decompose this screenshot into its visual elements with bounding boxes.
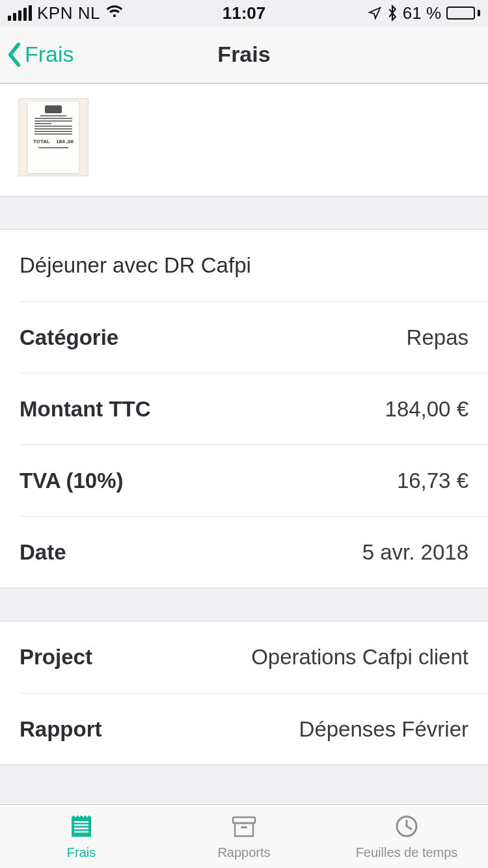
project-row[interactable]: Project Operations Cafpi client	[0, 621, 488, 693]
signal-strength-icon	[8, 5, 32, 21]
wifi-icon	[105, 4, 124, 22]
expense-details-group: Déjeuner avec DR Cafpi Catégorie Repas M…	[0, 229, 488, 588]
receipt-icon	[66, 813, 96, 843]
status-bar: KPN NL 11:07 61 %	[0, 0, 488, 26]
category-row[interactable]: Catégorie Repas	[20, 301, 488, 373]
tab-timesheets-label: Feuilles de temps	[356, 845, 458, 860]
report-value: Dépenses Février	[299, 717, 468, 742]
amount-row[interactable]: Montant TTC 184,00 €	[20, 373, 488, 444]
attachment-section: TOTAL 184 ,00	[0, 83, 488, 197]
back-button[interactable]: Frais	[0, 42, 74, 67]
page-title: Frais	[217, 42, 270, 67]
receipt-thumbnail[interactable]: TOTAL 184 ,00	[18, 98, 88, 176]
date-row[interactable]: Date 5 avr. 2018	[20, 516, 488, 588]
project-label: Project	[20, 645, 92, 670]
bluetooth-icon	[387, 5, 398, 21]
svg-rect-6	[235, 823, 253, 836]
archive-icon	[229, 813, 259, 843]
back-label: Frais	[25, 42, 74, 67]
tab-reports[interactable]: Rapports	[163, 805, 325, 868]
status-left: KPN NL	[8, 3, 124, 23]
svg-rect-4	[74, 831, 88, 833]
svg-rect-1	[74, 821, 88, 823]
project-value: Operations Cafpi client	[251, 645, 468, 670]
status-time: 11:07	[223, 3, 266, 23]
clock-icon	[392, 813, 422, 843]
carrier-label: KPN NL	[37, 3, 100, 23]
section-gap	[0, 588, 488, 621]
battery-icon	[446, 7, 480, 20]
tab-expenses[interactable]: Frais	[0, 805, 163, 868]
receipt-total-label: TOTAL	[33, 139, 50, 144]
tab-reports-label: Rapports	[217, 845, 270, 860]
amount-label: Montant TTC	[20, 397, 151, 422]
chevron-left-icon	[7, 42, 22, 67]
svg-rect-2	[74, 824, 88, 826]
vat-label: TVA (10%)	[20, 468, 124, 493]
location-icon	[368, 6, 382, 20]
screen: KPN NL 11:07 61 % Frais Frais	[0, 0, 488, 868]
vat-row[interactable]: TVA (10%) 16,73 €	[20, 444, 488, 516]
section-gap	[0, 197, 488, 229]
status-right: 61 %	[368, 3, 480, 23]
content-scroll[interactable]: TOTAL 184 ,00 Déjeuner avec DR Cafpi Cat…	[0, 83, 488, 804]
svg-rect-3	[74, 828, 88, 830]
receipt-total-value: 184 ,00	[56, 139, 74, 144]
date-label: Date	[20, 540, 66, 565]
tab-expenses-label: Frais	[67, 845, 96, 860]
category-value: Repas	[407, 325, 468, 350]
battery-percent: 61 %	[403, 3, 441, 23]
association-group: Project Operations Cafpi client Rapport …	[0, 621, 488, 765]
svg-rect-7	[241, 826, 247, 828]
tab-bar: Frais Rapports Feuilles de temps	[0, 804, 488, 868]
report-label: Rapport	[20, 717, 102, 742]
category-label: Catégorie	[20, 325, 118, 350]
amount-value: 184,00 €	[385, 397, 468, 422]
report-row[interactable]: Rapport Dépenses Février	[20, 693, 488, 765]
svg-rect-0	[72, 817, 91, 837]
vat-value: 16,73 €	[397, 468, 468, 493]
svg-rect-5	[233, 817, 255, 823]
expense-title: Déjeuner avec DR Cafpi	[20, 253, 251, 278]
expense-title-row[interactable]: Déjeuner avec DR Cafpi	[0, 230, 488, 301]
tab-timesheets[interactable]: Feuilles de temps	[325, 805, 488, 868]
nav-bar: Frais Frais	[0, 26, 488, 83]
date-value: 5 avr. 2018	[362, 540, 468, 565]
